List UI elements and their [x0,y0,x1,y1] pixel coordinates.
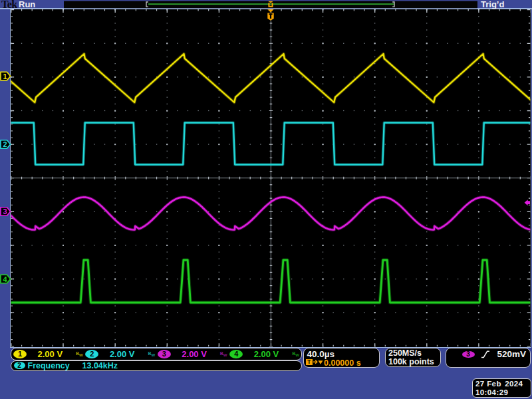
svg-text:1: 1 [3,72,7,80]
svg-text:3: 3 [3,207,7,215]
svg-text:4: 4 [3,275,8,283]
svg-text:2: 2 [3,140,7,148]
